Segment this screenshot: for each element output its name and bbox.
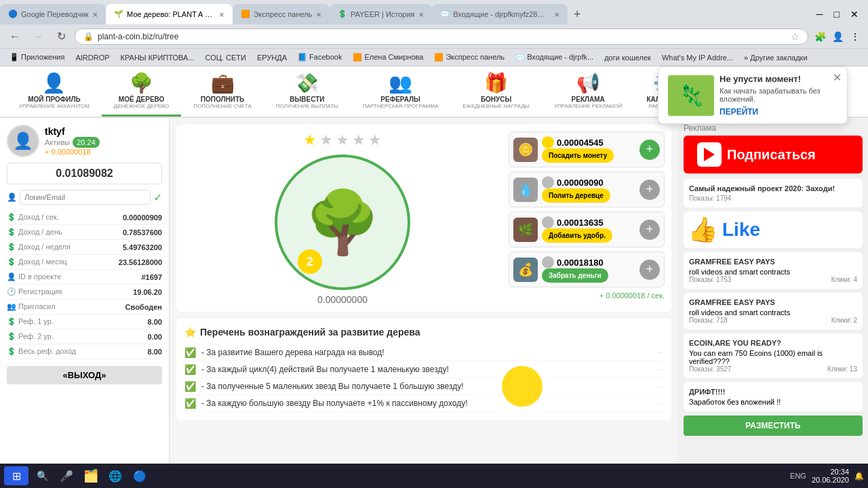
notification-close-button[interactable]: ✕ (833, 71, 842, 84)
logout-button[interactable]: «ВЫХОД» (7, 366, 162, 384)
profile-icon[interactable]: 👤 (830, 29, 845, 44)
bookmark-fb[interactable]: 📘 Facebook (294, 52, 346, 63)
forward-button[interactable]: → (28, 27, 47, 46)
actions-col: 🪙 0.00004545 Посадить монету + 💧 (509, 131, 665, 305)
bookmark-inbox[interactable]: ✉️ Входящие - djrpfk... (511, 52, 597, 63)
nav-bonuses[interactable]: 🎁 БОНУСЫ ЕЖЕДНЕВНЫЕ НАГРАДЫ (450, 66, 542, 117)
action-plus-1[interactable]: + (639, 140, 660, 160)
action-amount-3: 0.00013635 (557, 218, 604, 228)
tab-3-title: Экспресс панель (254, 10, 313, 18)
start-button[interactable]: ⊞ (4, 466, 28, 485)
fertilize-button[interactable]: Добавить удобр. (542, 228, 612, 243)
ad-box-2[interactable]: GRAMFREE EASY PAYS roll videos and smart… (684, 252, 863, 289)
ad-box-1[interactable]: Самый надежный проект 2020: Заходи! Пока… (684, 179, 863, 207)
bookmark-elena[interactable]: 🟧 Елена Смирнова (349, 52, 427, 63)
youtube-subscribe-button[interactable]: Подписаться (684, 136, 863, 174)
reward-text: - За каждую большую звезду Вы получаете … (201, 399, 468, 408)
login-input[interactable] (20, 190, 151, 205)
tab-1[interactable]: 🔵 Google Переводчик × (0, 4, 106, 24)
notification-bell-icon[interactable]: 🔔 (854, 472, 864, 481)
close-window-button[interactable]: ✕ (846, 7, 863, 21)
bookmark-erunda[interactable]: ЕРУНДА (253, 52, 291, 63)
nav-profile[interactable]: 👤 МОЙ ПРОФИЛЬ УПРАВЛЕНИЕ АККАУНТОМ (7, 66, 102, 117)
tab-5-close[interactable]: × (555, 9, 560, 20)
taskbar-edge[interactable]: 🔵 (129, 466, 151, 485)
bookmark-express[interactable]: 🟧 Экспресс панель (430, 52, 509, 63)
withdraw-money-button[interactable]: Забрать деньги (542, 268, 608, 283)
tab-1-close[interactable]: × (93, 9, 98, 20)
tab-2[interactable]: 🌱 Мое дерево: PLANT A COIN × (106, 4, 233, 24)
like-box[interactable]: 👍 Like (684, 211, 863, 248)
balance-value: 0.01089082 (56, 167, 113, 179)
tab-3-favicon: 🟧 (241, 9, 250, 19)
tab-3-close[interactable]: × (316, 9, 321, 20)
tab-1-favicon: 🔵 (8, 9, 18, 19)
tab-5[interactable]: ✉️ Входящие - djrpfkmyfz28@gm... × (432, 4, 568, 24)
address-box[interactable]: 🔒 plant-a-coin.biz/ru/tree ☆ (75, 28, 808, 45)
nav-ads-label: РЕКЛАМА (572, 96, 605, 103)
nav-withdraw[interactable]: 💸 ВЫВЕСТИ ПОЛУЧЕНИЕ ВЫПЛАТЫ (264, 66, 351, 117)
yellow-circle-overlay (502, 366, 542, 407)
ad-1-title: Самый надежный проект 2020: Заходи! (689, 184, 857, 192)
sidebar-row: 💲 Реф. 1 ур.8.00 (7, 314, 162, 329)
bookmark-apps[interactable]: 📱 Приложения (5, 52, 68, 63)
notification-text-area: Не упусти момент! Как начать зарабатыват… (719, 74, 837, 117)
lock-icon: 🔒 (83, 32, 94, 41)
sidebar-row-value: #1697 (141, 273, 162, 281)
back-button[interactable]: ← (5, 27, 24, 46)
taskbar-search[interactable]: 🔍 (31, 466, 53, 485)
user-badge: 20.24 (73, 137, 100, 148)
bookmark-ip[interactable]: What's My IP Addre... (658, 52, 737, 63)
notification-link[interactable]: ПЕРЕЙТИ (719, 107, 758, 117)
notification-title: Не упусти момент! (719, 74, 837, 84)
action-plus-4[interactable]: + (639, 260, 660, 280)
action-plus-2[interactable]: + (639, 180, 660, 200)
tab-4-close[interactable]: × (419, 9, 425, 20)
sidebar-row-value: Свободен (125, 303, 162, 311)
small-star-badge: 2 (298, 249, 322, 274)
taskbar-explorer[interactable]: 🗂️ (80, 466, 102, 485)
ads-nav-icon: 📢 (576, 72, 600, 94)
reload-button[interactable]: ↻ (52, 27, 71, 46)
tab-2-title: Мое дерево: PLANT A COIN (127, 10, 215, 18)
user-status: Активы (45, 138, 70, 146)
nav-referrals[interactable]: 👥 РЕФЕРАЛЫ ПАРТНЕРСКАЯ ПРОГРАММА (351, 66, 450, 117)
referrals-nav-icon: 👥 (389, 72, 412, 94)
taskbar-chrome[interactable]: 🌐 (104, 466, 126, 485)
ad-box-5[interactable]: ДРИФТ!!!! Заработок без вложений !! (684, 382, 863, 411)
nav-ads[interactable]: 📢 РЕКЛАМА УПРАВЛЕНИЕ РЕКЛАМОЙ (542, 66, 634, 117)
plant-coin-button[interactable]: Посадить монету (542, 148, 614, 163)
bookmark-other[interactable]: » Другие закладки (740, 52, 811, 63)
bookmark-airdrop[interactable]: AIRDROP (71, 52, 113, 63)
taskbar-cortana[interactable]: 🎤 (56, 466, 77, 485)
nav-referrals-label: РЕФЕРАЛЫ (380, 96, 420, 103)
maximize-button[interactable]: □ (830, 7, 844, 21)
star-bookmark-icon[interactable]: ☆ (791, 31, 800, 42)
new-tab-button[interactable]: + (568, 5, 587, 24)
coin-gray-icon-3 (542, 216, 554, 228)
nav-tree[interactable]: 🌳 МОЁ ДЕРЕВО ДЕНЕЖНОЕ ДЕРЕВО (102, 66, 182, 117)
reward-dots: ··· (658, 400, 663, 407)
extensions-icon[interactable]: 🧩 (812, 29, 827, 44)
settings-icon[interactable]: ⋮ (848, 29, 863, 44)
tab-2-close[interactable]: × (219, 9, 224, 20)
tab-4[interactable]: 💲 PAYEER | История × (330, 4, 432, 24)
bookmark-soc[interactable]: СОЦ. СЕТИ (201, 52, 250, 63)
like-text: Like (722, 219, 760, 241)
tree-circle: 🌳 2 (275, 155, 410, 290)
action-plus-3[interactable]: + (639, 220, 660, 240)
bookmark-dogi[interactable]: доги кошелек (600, 52, 655, 63)
water-tree-button[interactable]: Полить деревце (542, 188, 610, 203)
tab-3[interactable]: 🟧 Экспресс панель × (233, 4, 330, 24)
bookmark-krani[interactable]: КРАНЫ КРИПТОВА... (117, 52, 199, 63)
star-3: ★ (336, 131, 349, 149)
reward-item: ✅- За каждый цикл(4) действий Вы получае… (184, 361, 663, 378)
ad-2-title: GRAMFREE EASY PAYS (689, 258, 857, 266)
coin-gray-icon-4 (542, 256, 554, 268)
place-ad-button[interactable]: РАЗМЕСТИТЬ (684, 415, 863, 436)
ad-box-4[interactable]: ECOIN,ARE YOU READY? You can earn 750 Ec… (684, 333, 863, 378)
minimize-button[interactable]: ─ (812, 7, 827, 21)
nav-deposit[interactable]: 💼 ПОПОЛНИТЬ ПОПОЛНЕНИЕ СЧЕТА (181, 66, 263, 117)
ad-box-3[interactable]: GRAMFREE EASY PAYS roll videos and smart… (684, 293, 863, 329)
bonuses-nav-icon: 🎁 (484, 72, 508, 94)
